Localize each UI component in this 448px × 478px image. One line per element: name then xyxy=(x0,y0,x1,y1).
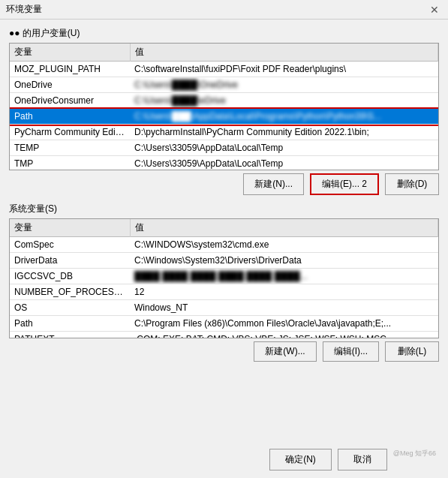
sys-var-value: 12 xyxy=(130,284,438,300)
user-vars-row[interactable]: PathC:\Users\███\AppData\Local\Programs\… xyxy=(10,109,438,125)
sys-vars-col-name: 变量 xyxy=(10,219,130,237)
user-var-name: MOZ_PLUGIN_PATH xyxy=(10,62,130,77)
sys-vars-row[interactable]: IGCCSVC_DB████ ████ ████ ████ ████ ████.… xyxy=(10,269,438,284)
user-vars-new-button[interactable]: 新建(N)... xyxy=(243,173,304,195)
user-var-name: Path xyxy=(10,109,130,125)
user-var-name: PyCharm Community Editi... xyxy=(10,125,130,140)
sys-var-value: C:\Program Files (x86)\Common Files\Orac… xyxy=(130,316,438,332)
title-bar: 环境变量 ✕ xyxy=(0,0,448,20)
confirm-button[interactable]: 确定(N) xyxy=(269,449,332,470)
sys-var-name: Path xyxy=(10,316,130,332)
sys-var-value: ████ ████ ████ ████ ████ ████... xyxy=(130,269,438,284)
sys-vars-edit-button[interactable]: 编辑(I)... xyxy=(323,341,379,362)
user-vars-col-name: 变量 xyxy=(10,44,130,62)
user-var-name: OneDrive xyxy=(10,77,130,93)
sys-vars-row[interactable]: ComSpecC:\WINDOWS\system32\cmd.exe xyxy=(10,237,438,253)
user-var-value: C:\Users\33059\AppData\Local\Temp xyxy=(130,140,438,156)
user-vars-col-value: 值 xyxy=(130,44,438,62)
sys-vars-row[interactable]: PATHEXT.COM;.EXE;.BAT;.CMD;.VBS;.VBE;.JS… xyxy=(10,332,438,339)
sys-vars-row[interactable]: OSWindows_NT xyxy=(10,300,438,316)
sys-var-name: PATHEXT xyxy=(10,332,130,339)
close-button[interactable]: ✕ xyxy=(427,4,442,16)
sys-vars-table: 变量 值 ComSpecC:\WINDOWS\system32\cmd.exeD… xyxy=(10,219,438,338)
user-vars-table: 变量 值 MOZ_PLUGIN_PATHC:\softwareInstall\f… xyxy=(10,44,438,170)
sys-var-value: Windows_NT xyxy=(130,300,438,316)
user-vars-row[interactable]: TEMPC:\Users\33059\AppData\Local\Temp xyxy=(10,140,438,156)
sys-vars-delete-button[interactable]: 删除(L) xyxy=(385,341,439,362)
sys-var-value: C:\Windows\System32\Drivers\DriverData xyxy=(130,253,438,269)
user-var-value: C:\softwareInstall\fuxiPDF\Foxit PDF Rea… xyxy=(130,62,438,77)
user-var-value: C:\Users\████\OneDrive xyxy=(130,77,438,93)
sys-vars-label: 系统变量(S) xyxy=(9,203,439,215)
user-var-value: C:\Users\███\AppData\Local\Programs\Pyth… xyxy=(130,109,438,125)
sys-var-name: ComSpec xyxy=(10,237,130,253)
sys-vars-btn-row: 新建(W)... 编辑(I)... 删除(L) xyxy=(9,341,439,362)
sys-var-name: IGCCSVC_DB xyxy=(10,269,130,284)
sys-vars-row[interactable]: PathC:\Program Files (x86)\Common Files\… xyxy=(10,316,438,332)
user-vars-section: ●● 的用户变量(U) 变量 值 MOZ_PLUGIN_PATHC:\softw… xyxy=(9,27,439,195)
dialog-body: ●● 的用户变量(U) 变量 值 MOZ_PLUGIN_PATHC:\softw… xyxy=(0,20,448,443)
footer: 确定(N) 取消 @Meg 知乎66 xyxy=(0,443,448,478)
user-vars-delete-button[interactable]: 删除(D) xyxy=(385,173,439,195)
sys-vars-new-button[interactable]: 新建(W)... xyxy=(254,341,316,362)
sys-var-name: DriverData xyxy=(10,253,130,269)
sys-var-name: NUMBER_OF_PROCESSORS xyxy=(10,284,130,300)
user-var-name: OneDriveConsumer xyxy=(10,93,130,109)
user-vars-label: ●● 的用户变量(U) xyxy=(9,27,439,40)
user-vars-btn-row: 新建(N)... 编辑(E)... 2 删除(D) xyxy=(9,173,439,195)
user-vars-table-container: 变量 值 MOZ_PLUGIN_PATHC:\softwareInstall\f… xyxy=(9,43,439,170)
user-var-value: C:\Users\33059\AppData\Local\Temp xyxy=(130,156,438,171)
sys-vars-row[interactable]: NUMBER_OF_PROCESSORS12 xyxy=(10,284,438,300)
watermark: @Meg 知乎66 xyxy=(393,449,439,470)
sys-vars-col-value: 值 xyxy=(130,219,438,237)
user-var-value: D:\pycharmInstall\PyCharm Community Edit… xyxy=(130,125,438,140)
user-vars-row[interactable]: TMPC:\Users\33059\AppData\Local\Temp xyxy=(10,156,438,171)
dialog-title: 环境变量 xyxy=(6,3,42,16)
sys-var-value: C:\WINDOWS\system32\cmd.exe xyxy=(130,237,438,253)
cancel-button[interactable]: 取消 xyxy=(338,449,387,470)
sys-vars-table-container: 变量 值 ComSpecC:\WINDOWS\system32\cmd.exeD… xyxy=(9,218,439,338)
sys-vars-row[interactable]: DriverDataC:\Windows\System32\Drivers\Dr… xyxy=(10,253,438,269)
sys-var-value: .COM;.EXE;.BAT;.CMD;.VBS;.VBE;.JS;.JSE;.… xyxy=(130,332,438,339)
user-vars-row[interactable]: OneDriveConsumerC:\Users\████\eDrive xyxy=(10,93,438,109)
sys-vars-section: 系统变量(S) 变量 值 ComSpecC:\WINDOWS\system32\… xyxy=(9,203,439,362)
user-var-name: TMP xyxy=(10,156,130,171)
user-var-value: C:\Users\████\eDrive xyxy=(130,93,438,109)
user-vars-edit-button[interactable]: 编辑(E)... 2 xyxy=(310,173,379,195)
user-vars-row[interactable]: MOZ_PLUGIN_PATHC:\softwareInstall\fuxiPD… xyxy=(10,62,438,77)
user-vars-row[interactable]: OneDriveC:\Users\████\OneDrive xyxy=(10,77,438,93)
user-var-name: TEMP xyxy=(10,140,130,156)
sys-var-name: OS xyxy=(10,300,130,316)
user-vars-row[interactable]: PyCharm Community Editi...D:\pycharmInst… xyxy=(10,125,438,140)
